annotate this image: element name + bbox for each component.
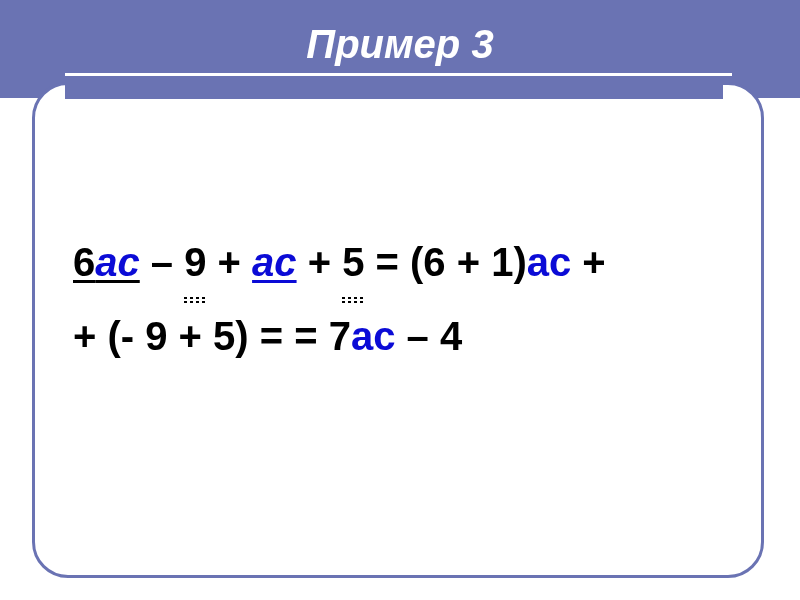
variable-ac: ас — [95, 240, 140, 284]
dash-underline — [184, 297, 206, 303]
content-frame: 6ас – 9 + ас + 5 = (6 + 1)ас + + (- 9 + … — [32, 82, 764, 578]
dash-underline — [342, 297, 364, 303]
term-6ac: 6ас — [73, 240, 140, 284]
slide: Пример 3 6ас – 9 + ас + 5 = (6 + 1)ас + … — [0, 0, 800, 600]
term-5: 5 — [342, 225, 364, 299]
variable-ac: ас — [351, 314, 396, 358]
equation-body: 6ас – 9 + ас + 5 = (6 + 1)ас + + (- 9 + … — [73, 225, 723, 373]
num-9: 9 — [184, 240, 206, 284]
op-minus: – — [140, 240, 184, 284]
num-5: 5 — [342, 240, 364, 284]
title-underline — [65, 73, 732, 76]
op-plus: + — [297, 240, 343, 284]
op-plus-trail: + — [571, 240, 605, 284]
text-line2-left: + (- 9 + 5) = = 7 — [73, 314, 351, 358]
coef-6: 6 — [73, 240, 95, 284]
equation-line-1: 6ас – 9 + ас + 5 = (6 + 1)ас + — [73, 225, 723, 299]
slide-title: Пример 3 — [306, 22, 493, 67]
text-line2-right: – 4 — [395, 314, 462, 358]
frame-cut — [65, 81, 723, 99]
equation-line-2: + (- 9 + 5) = = 7ас – 4 — [73, 299, 723, 373]
op-plus: + — [206, 240, 252, 284]
variable-ac: ас — [527, 240, 572, 284]
text-equals-group: = (6 + 1) — [364, 240, 526, 284]
variable-ac: ас — [252, 240, 297, 284]
term-9: 9 — [184, 225, 206, 299]
